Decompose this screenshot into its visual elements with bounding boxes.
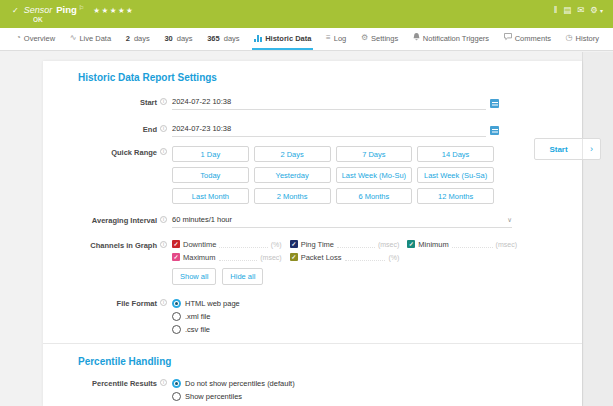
start-row: Start i 2024-07-22 10:38 [43, 96, 582, 110]
channel-unit: (msec) [260, 254, 281, 261]
channel-unit: (msec) [496, 241, 517, 248]
option-label: Show percentiles [185, 392, 242, 401]
quick-range-row: Quick Range i 1 Day 2 Days 7 Days 14 Day… [43, 146, 582, 204]
start-date-input[interactable]: 2024-07-22 10:38 [172, 96, 486, 110]
option-label: .csv file [185, 325, 210, 334]
tab-365-days[interactable]: 365 days [205, 28, 241, 50]
tab-2-days[interactable]: 2 days [124, 28, 152, 50]
option-label: Do not show percentiles (default) [185, 379, 295, 388]
channels-in-graph-label: Channels in Graph [43, 239, 157, 250]
channel-checkbox-packet-loss[interactable]: ✓ Packet Loss (%) [290, 252, 400, 262]
quick-range-1-day-button[interactable]: 1 Day [172, 146, 249, 162]
radio-unselected [172, 325, 181, 334]
quick-range-last-month-button[interactable]: Last Month [172, 188, 249, 204]
log-list-icon: ≡ [326, 34, 331, 42]
file-format-option-csv[interactable]: .csv file [172, 323, 240, 336]
info-icon[interactable]: i [160, 125, 167, 132]
speech-bubble-icon [504, 33, 512, 43]
tab-number: 365 [207, 34, 220, 43]
averaging-interval-label: Averaging Interval [43, 214, 157, 225]
percentile-option-show[interactable]: Show percentiles [172, 390, 295, 403]
history-clock-icon: ◷ [566, 34, 573, 42]
tab-live-data[interactable]: ∿ Live Data [68, 28, 113, 50]
bar-chart-icon [254, 35, 262, 42]
quick-range-2-months-button[interactable]: 2 Months [254, 188, 331, 204]
tab-label: Historic Data [265, 34, 311, 43]
tab-label: days [134, 34, 150, 43]
page-right-margin [582, 52, 613, 406]
tab-label: History [576, 34, 599, 43]
quick-range-7-days-button[interactable]: 7 Days [336, 146, 413, 162]
sensor-header: ✓ Sensor Ping ⚐ ★★★★★ OK ‖ ▤ ✉ ⚙ ▾ [0, 0, 613, 28]
tab-number: 2 [126, 34, 130, 43]
prtg-sensor-page: ✓ Sensor Ping ⚐ ★★★★★ OK ‖ ▤ ✉ ⚙ ▾ ◔ Ove… [0, 0, 613, 406]
calendar-icon[interactable] [490, 126, 499, 135]
start-label: Start [43, 96, 157, 107]
chevron-down-icon[interactable]: ▾ [600, 7, 603, 14]
radio-unselected [172, 392, 181, 401]
tab-label: Log [334, 34, 347, 43]
hide-all-button[interactable]: Hide all [222, 268, 263, 285]
tab-number: 30 [164, 34, 172, 43]
start-button-label: Start [535, 139, 582, 159]
end-row: End i 2024-07-23 10:38 [43, 123, 582, 137]
tab-settings[interactable]: ⚙ Settings [359, 28, 400, 50]
tab-notification-triggers[interactable]: Notification Triggers [411, 28, 491, 50]
email-icon[interactable]: ✉ [577, 5, 584, 15]
report-icon[interactable]: ▤ [563, 5, 571, 15]
quick-range-last-week-su-sa-button[interactable]: Last Week (Su-Sa) [417, 167, 494, 183]
tab-historic-data[interactable]: Historic Data [252, 28, 313, 50]
tab-label: days [224, 34, 240, 43]
quick-range-yesterday-button[interactable]: Yesterday [254, 167, 331, 183]
quick-range-12-months-button[interactable]: 12 Months [417, 188, 494, 204]
checkbox-checked: ✓ [407, 240, 415, 248]
tab-comments[interactable]: Comments [502, 28, 553, 50]
info-icon[interactable]: i [160, 241, 167, 248]
percentile-option-do-not-show[interactable]: Do not show percentiles (default) [172, 377, 295, 390]
info-icon[interactable]: i [160, 98, 167, 105]
channel-checkbox-minimum[interactable]: ✓ Minimum (msec) [407, 239, 517, 249]
quick-range-2-days-button[interactable]: 2 Days [254, 146, 331, 162]
tab-log[interactable]: ≡ Log [324, 28, 348, 50]
info-icon[interactable]: i [160, 379, 167, 386]
gear-icon: ⚙ [361, 34, 368, 42]
pause-icon[interactable]: ‖ [554, 5, 558, 15]
file-format-option-html[interactable]: HTML web page [172, 297, 240, 310]
priority-stars[interactable]: ★★★★★ [93, 6, 134, 15]
quick-range-label: Quick Range [43, 146, 157, 157]
checkbox-checked: ✓ [172, 240, 180, 248]
calendar-icon[interactable] [490, 99, 499, 108]
end-date-input[interactable]: 2024-07-23 10:38 [172, 123, 486, 137]
bell-icon [413, 33, 420, 43]
tab-history[interactable]: ◷ History [564, 28, 601, 50]
quick-range-14-days-button[interactable]: 14 Days [417, 146, 494, 162]
show-all-button[interactable]: Show all [172, 268, 216, 285]
averaging-interval-select[interactable]: 60 minutes/1 hour ∨ [172, 214, 512, 228]
quick-range-6-months-button[interactable]: 6 Months [336, 188, 413, 204]
info-icon[interactable]: i [160, 299, 167, 306]
radio-unselected [172, 312, 181, 321]
start-report-button[interactable]: Start › [534, 138, 601, 160]
tab-overview[interactable]: ◔ Overview [14, 28, 57, 50]
info-icon[interactable]: i [160, 148, 167, 155]
file-format-option-xml[interactable]: .xml file [172, 310, 240, 323]
sensor-type-label: Sensor [24, 5, 53, 15]
gear-icon[interactable]: ⚙ [590, 5, 598, 15]
tab-label: days [177, 34, 193, 43]
chevron-right-icon[interactable]: › [582, 139, 600, 159]
quick-range-today-button[interactable]: Today [172, 167, 249, 183]
tab-30-days[interactable]: 30 days [162, 28, 194, 50]
channel-checkbox-maximum[interactable]: ✓ Maximum (msec) [172, 252, 282, 262]
chevron-down-icon: ∨ [507, 216, 512, 224]
info-icon[interactable]: i [160, 216, 167, 223]
option-label: HTML web page [185, 299, 240, 308]
status-ok-check-icon: ✓ [12, 6, 19, 15]
channel-name: Packet Loss [301, 253, 342, 262]
channel-checkbox-ping-time[interactable]: ✓ Ping Time (msec) [290, 239, 400, 249]
tab-label: Comments [515, 34, 551, 43]
section-divider [43, 343, 582, 344]
end-label: End [43, 123, 157, 134]
quick-range-last-week-mo-su-button[interactable]: Last Week (Mo-Su) [336, 167, 413, 183]
channel-checkbox-downtime[interactable]: ✓ Downtime (%) [172, 239, 282, 249]
checkbox-checked: ✓ [290, 240, 298, 248]
